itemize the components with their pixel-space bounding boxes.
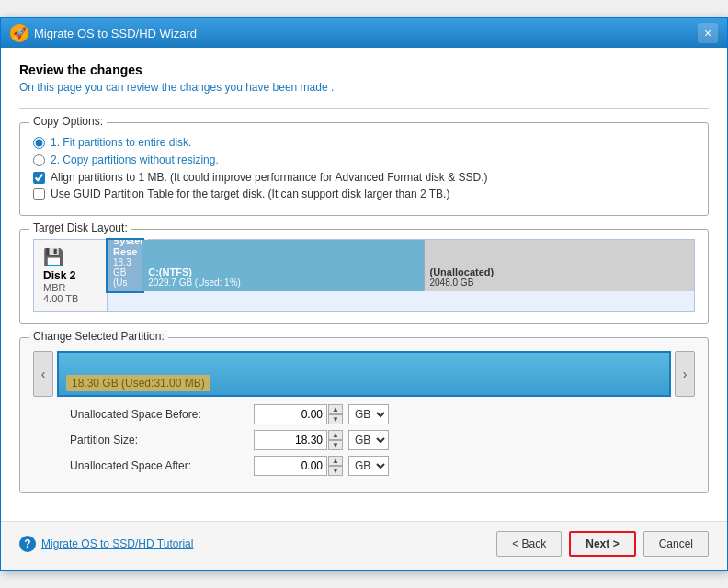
footer-left: ? Migrate OS to SSD/HD Tutorial <box>19 536 193 552</box>
unalloc-before-unit[interactable]: GBMBTB <box>348 404 389 424</box>
page-title: Review the changes <box>19 62 709 77</box>
partition-ntfs[interactable]: C:(NTFS) 2029.7 GB (Used: 1%) <box>142 240 424 291</box>
page-description: On this page you can review the changes … <box>19 81 709 94</box>
partition-system[interactable]: System Rese 18.3 GB (Us <box>108 240 142 291</box>
partition-unalloc-name: (Unallocated) <box>430 266 689 277</box>
disk-type: MBR <box>43 282 97 293</box>
unalloc-before-row: Unallocated Space Before: ▲ ▼ GBMBTB <box>70 404 695 424</box>
unalloc-after-spinners: ▲ ▼ <box>328 456 343 476</box>
help-icon[interactable]: ? <box>19 536 36 552</box>
section-divider <box>19 108 709 109</box>
checkbox-guid-label[interactable]: Use GUID Partition Table for the target … <box>51 187 449 200</box>
target-disk-label: Target Disk Layout: <box>29 221 131 234</box>
disk-name: Disk 2 <box>43 269 97 282</box>
checkbox-guid-input[interactable] <box>33 188 45 200</box>
dialog-content: Review the changes On this page you can … <box>1 48 727 521</box>
partition-ntfs-name: C:(NTFS) <box>148 266 417 277</box>
unalloc-after-label: Unallocated Space After: <box>70 459 254 472</box>
radio-option-2[interactable]: 2. Copy partitions without resizing. <box>33 153 695 166</box>
change-partition-group: Change Selected Partition: ‹ 18.30 GB (U… <box>19 337 709 493</box>
disk-icon: 💾 <box>43 247 97 267</box>
unalloc-after-input[interactable] <box>254 456 327 476</box>
checkbox-align-label[interactable]: Align partitions to 1 MB. (It could impr… <box>51 171 488 184</box>
app-icon: 🚀 <box>10 24 28 42</box>
partition-size-row: Partition Size: ▲ ▼ GBMBTB <box>70 430 695 450</box>
partition-unalloc[interactable]: (Unallocated) 2048.0 GB <box>425 240 695 291</box>
partition-size-input[interactable] <box>254 430 327 450</box>
target-disk-group: Target Disk Layout: 💾 Disk 2 MBR 4.00 TB… <box>19 229 709 324</box>
disk-layout-container: 💾 Disk 2 MBR 4.00 TB System Rese 18.3 GB… <box>33 239 695 312</box>
dialog-window: 🚀 Migrate OS to SSD/HD Wizard × Review t… <box>0 17 728 571</box>
radio-copy-no-resize[interactable] <box>33 154 45 166</box>
partition-size-label: Partition Size: <box>70 434 254 447</box>
partition-size-input-group: ▲ ▼ GBMBTB <box>254 430 389 450</box>
cancel-button[interactable]: Cancel <box>643 531 709 557</box>
partition-slider-row: ‹ 18.30 GB (Used:31.00 MB) › <box>33 351 695 397</box>
unalloc-before-label: Unallocated Space Before: <box>70 408 254 421</box>
partition-bar: System Rese 18.3 GB (Us C:(NTFS) 2029.7 … <box>108 240 694 291</box>
radio-fit-disk[interactable] <box>33 137 45 149</box>
partition-system-name: System Rese <box>113 235 136 257</box>
partition-size-unit[interactable]: GBMBTB <box>348 430 389 450</box>
copy-options-label: Copy Options: <box>29 115 107 128</box>
unalloc-before-up[interactable]: ▲ <box>328 404 343 414</box>
partition-size-spinners: ▲ ▼ <box>328 430 343 450</box>
change-partition-label: Change Selected Partition: <box>29 330 168 343</box>
unalloc-before-down[interactable]: ▼ <box>328 414 343 424</box>
checkbox-guid[interactable]: Use GUID Partition Table for the target … <box>33 187 695 200</box>
partition-size-up[interactable]: ▲ <box>328 430 343 440</box>
next-button[interactable]: Next > <box>569 531 635 557</box>
left-arrow-button[interactable]: ‹ <box>33 351 53 397</box>
unalloc-after-up[interactable]: ▲ <box>328 456 343 466</box>
tutorial-link[interactable]: Migrate OS to SSD/HD Tutorial <box>41 537 193 550</box>
disk-info: 💾 Disk 2 MBR 4.00 TB <box>34 240 108 311</box>
footer-buttons: < Back Next > Cancel <box>496 531 709 557</box>
partition-unalloc-size: 2048.0 GB <box>430 277 689 288</box>
unalloc-before-input[interactable] <box>254 404 327 424</box>
unalloc-after-input-group: ▲ ▼ GBMBTB <box>254 456 389 476</box>
checkbox-align[interactable]: Align partitions to 1 MB. (It could impr… <box>33 171 695 184</box>
copy-options-group: Copy Options: 1. Fit partitions to entir… <box>19 122 709 216</box>
right-arrow-button[interactable]: › <box>675 351 695 397</box>
disk-size: 4.00 TB <box>43 293 97 304</box>
unalloc-after-unit[interactable]: GBMBTB <box>348 456 389 476</box>
partition-size-down[interactable]: ▼ <box>328 440 343 450</box>
partition-visual-label: 18.30 GB (Used:31.00 MB) <box>66 375 210 391</box>
unalloc-before-input-group: ▲ ▼ GBMBTB <box>254 404 389 424</box>
title-bar: 🚀 Migrate OS to SSD/HD Wizard × <box>1 18 727 48</box>
unalloc-after-row: Unallocated Space After: ▲ ▼ GBMBTB <box>70 456 695 476</box>
title-bar-text: Migrate OS to SSD/HD Wizard <box>34 27 698 40</box>
unalloc-after-down[interactable]: ▼ <box>328 466 343 476</box>
dialog-footer: ? Migrate OS to SSD/HD Tutorial < Back N… <box>1 521 727 570</box>
back-button[interactable]: < Back <box>496 531 562 557</box>
partition-ntfs-size: 2029.7 GB (Used: 1%) <box>148 277 417 288</box>
partition-visual: 18.30 GB (Used:31.00 MB) <box>57 351 671 397</box>
checkbox-align-input[interactable] <box>33 172 45 184</box>
radio-copy-no-resize-label[interactable]: 2. Copy partitions without resizing. <box>51 153 219 166</box>
radio-option-1[interactable]: 1. Fit partitions to entire disk. <box>33 136 695 149</box>
radio-fit-disk-label[interactable]: 1. Fit partitions to entire disk. <box>51 136 191 149</box>
unalloc-before-spinners: ▲ ▼ <box>328 404 343 424</box>
close-button[interactable]: × <box>698 23 718 43</box>
partition-system-size: 18.3 GB (Us <box>113 257 136 288</box>
